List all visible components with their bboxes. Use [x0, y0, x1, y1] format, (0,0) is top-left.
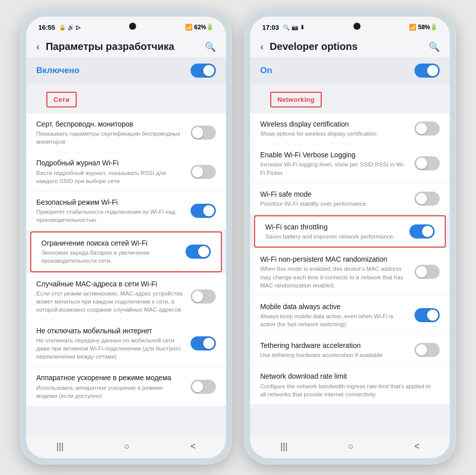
item-mac-random-toggle[interactable] [191, 289, 216, 304]
item-tethering-en-subtitle: Use tethering hardware acceleration if a… [260, 351, 408, 359]
item-wireless-cert-title: Wireless display certification [260, 120, 408, 129]
item-wireless-cert-subtitle: Show options for wireless display certif… [260, 130, 408, 138]
network-left: 📶 62%🔋 [185, 24, 214, 31]
item-network-dl: Network download rate limit Configure th… [250, 366, 450, 404]
item-wifi-log: Подробный журнал Wi-Fi Вести подробный ж… [26, 152, 226, 191]
item-wifi-verbose: Enable Wi-Fi Verbose Logging Increase Wi… [250, 144, 450, 183]
item-mac-nonpersist-title: Wi-Fi non-persistent MAC randomization [260, 255, 408, 264]
time-left: 16:55 [38, 24, 55, 31]
status-icons-left: 🔒 🔊 ▷ [59, 24, 80, 31]
item-wifi-safe-title: Безопасный режим Wi-Fi [36, 198, 185, 207]
page-title-left: ‹ Параметры разработчика [36, 41, 174, 52]
item-tethering-title: Аппаратное ускорение в режиме модема [36, 373, 185, 382]
item-wifi-safe-en: Wi-Fi safe mode Prioritize Wi-Fi stabili… [250, 184, 450, 214]
back-btn-right[interactable]: < [402, 437, 432, 456]
item-wifi-log-title: Подробный журнал Wi-Fi [36, 158, 185, 167]
item-mac-random-subtitle: Если этот режим активирован, MAC-адрес у… [36, 289, 185, 314]
item-wifi-safe-toggle[interactable] [191, 204, 216, 218]
item-cert-title: Серт. беспроводн. мониторов [36, 120, 185, 129]
item-mobile-data: Не отключать мобильный интернет Не отклю… [26, 320, 226, 367]
menu-btn-left[interactable]: ||| [44, 437, 76, 456]
item-tethering-en: Tethering hardware acceleration Use teth… [250, 335, 450, 366]
item-network-dl-title: Network download rate limit [260, 372, 434, 381]
item-tethering-en-title: Tethering hardware acceleration [260, 341, 408, 350]
toggle-switch-right[interactable] [414, 64, 440, 78]
back-button-left[interactable]: ‹ [36, 41, 40, 52]
nav-bar-right: ||| ○ < [250, 436, 450, 458]
status-icons-right: 🔍 📷 ⬇ [283, 24, 305, 31]
item-cert-subtitle: Показывать параметры сертификации беспро… [36, 130, 185, 146]
item-wifi-log-toggle[interactable] [191, 165, 216, 179]
item-tethering-subtitle: Использовать аппаратное ускорение в режи… [36, 384, 185, 400]
item-mac-random: Случайные МАС-адреса в сети Wi-Fi Если э… [26, 273, 226, 320]
section-header-right: Networking [270, 92, 322, 107]
item-tethering-en-toggle[interactable] [414, 343, 440, 357]
status-time-left: 16:55 🔒 🔊 ▷ [38, 24, 80, 31]
item-wifi-throttle-subtitle: Экономия заряда батареи и увеличение про… [41, 249, 180, 265]
item-mobile-data-subtitle: Не отключать передачу данных по мобильно… [36, 336, 185, 361]
status-time-right: 17:03 🔍 📷 ⬇ [262, 24, 305, 31]
item-wifi-safe-en-toggle[interactable] [414, 192, 440, 206]
settings-group-left: Серт. беспроводн. мониторов Показывать п… [26, 113, 226, 406]
network-right: 📶 58%🔋 [409, 24, 438, 31]
item-mobile-always-title: Mobile data always active [260, 302, 408, 311]
item-scan-throttle-toggle[interactable] [409, 224, 435, 239]
item-mobile-always-subtitle: Always keep mobile data active, even whe… [260, 312, 408, 328]
settings-group-right: Wireless display certification Show opti… [250, 113, 450, 405]
item-wifi-log-subtitle: Вести подробный журнал, показывать RSSI … [36, 169, 185, 185]
nav-bar-left: ||| ○ < [26, 436, 226, 458]
time-right: 17:03 [262, 24, 279, 31]
status-bar-right: 17:03 🔍 📷 ⬇ 📶 58%🔋 [250, 17, 450, 35]
item-wifi-safe-en-title: Wi-Fi safe mode [260, 190, 408, 199]
search-icon-left[interactable]: 🔍 [205, 41, 216, 52]
home-btn-left[interactable]: ○ [112, 437, 142, 456]
item-wifi-safe-en-subtitle: Prioritize Wi-Fi stability over performa… [260, 200, 408, 208]
item-network-dl-subtitle: Configure the network bandwidth ingress … [260, 382, 434, 398]
item-scan-throttle-title: Wi-Fi scan throttling [265, 222, 403, 231]
item-wifi-verbose-title: Enable Wi-Fi Verbose Logging [260, 150, 408, 159]
main-toggle-left: Включено [26, 57, 226, 84]
nav-header-right: ‹ Developer options 🔍 [250, 35, 450, 57]
item-tethering-toggle[interactable] [191, 380, 216, 394]
item-cert-toggle[interactable] [191, 126, 216, 140]
section-header-container-right: Networking [250, 84, 450, 113]
item-wireless-cert-toggle[interactable] [414, 122, 440, 136]
item-wifi-verbose-subtitle: Increase Wi-Fi logging level, show per S… [260, 160, 408, 176]
toggle-switch-left[interactable] [191, 64, 216, 78]
search-icon-right[interactable]: 🔍 [429, 41, 440, 52]
item-mobile-always-toggle[interactable] [414, 308, 440, 322]
nav-header-left: ‹ Параметры разработчика 🔍 [26, 35, 226, 57]
item-mac-nonpersist-subtitle: When this mode is enabled, this device's… [260, 265, 408, 289]
camera-notch-right [353, 23, 361, 30]
home-btn-right[interactable]: ○ [336, 437, 366, 456]
menu-btn-right[interactable]: ||| [268, 437, 300, 456]
item-scan-throttle: Wi-Fi scan throttling Saves battery and … [254, 215, 446, 248]
toggle-label-right: On [260, 66, 272, 76]
section-header-container-left: Сети [26, 84, 226, 113]
item-mac-random-title: Случайные МАС-адреса в сети Wi-Fi [36, 279, 185, 288]
back-button-right[interactable]: ‹ [260, 41, 264, 52]
item-tethering: Аппаратное ускорение в режиме модема Исп… [26, 367, 226, 406]
section-header-left: Сети [46, 92, 77, 107]
item-mobile-always: Mobile data always active Always keep mo… [250, 296, 450, 335]
item-wifi-verbose-toggle[interactable] [414, 156, 440, 170]
item-mac-nonpersist: Wi-Fi non-persistent MAC randomization W… [250, 249, 450, 295]
camera-notch-left [129, 23, 136, 30]
item-wifi-throttle: Ограничение поиска сетей Wi-Fi Экономия … [30, 231, 222, 272]
item-wifi-throttle-toggle[interactable] [186, 245, 211, 259]
phone-right: 17:03 🔍 📷 ⬇ 📶 58%🔋 ‹ Developer options 🔍… [244, 11, 456, 464]
item-wifi-safe: Безопасный режим Wi-Fi Приоритет стабиль… [26, 192, 226, 230]
item-wifi-safe-subtitle: Приоритет стабильности подключения по Wi… [36, 208, 185, 224]
screen-right: ‹ Developer options 🔍 On Networking Wire… [250, 35, 450, 436]
item-scan-throttle-subtitle: Saves battery and improves network perfo… [265, 232, 403, 241]
toggle-label-left: Включено [36, 66, 80, 76]
item-mobile-data-title: Не отключать мобильный интернет [36, 326, 185, 335]
item-mac-nonpersist-toggle[interactable] [414, 265, 440, 279]
back-btn-left[interactable]: < [178, 437, 208, 456]
item-mobile-data-toggle[interactable] [191, 336, 216, 350]
main-toggle-right: On [250, 57, 450, 84]
item-wifi-throttle-title: Ограничение поиска сетей Wi-Fi [41, 239, 180, 248]
screen-left: ‹ Параметры разработчика 🔍 Включено Сети… [26, 35, 226, 436]
phone-left: 16:55 🔒 🔊 ▷ 📶 62%🔋 ‹ Параметры разработч… [20, 11, 232, 464]
status-bar-left: 16:55 🔒 🔊 ▷ 📶 62%🔋 [26, 17, 226, 35]
